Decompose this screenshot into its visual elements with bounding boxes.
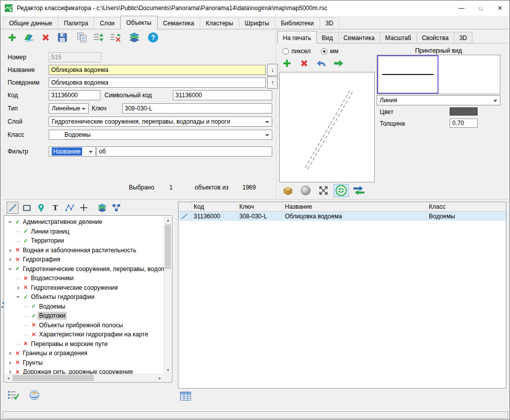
tree-item[interactable]: ✕Водоисточники <box>5 274 164 283</box>
tree-item[interactable]: ›✕Гидротехнические сооружения <box>5 283 164 293</box>
filter-input[interactable] <box>96 146 272 157</box>
tree-item[interactable]: ›✕Гидрография <box>5 255 164 264</box>
list-check-button[interactable] <box>7 389 20 402</box>
box-3d-button[interactable] <box>280 184 296 197</box>
unit-mm-radio[interactable]: мм <box>321 48 339 55</box>
tree-item[interactable]: ›✕Водная и заболоченная растительность <box>5 246 164 255</box>
view-tab-На печать[interactable]: На печать <box>277 31 317 44</box>
undo-button[interactable] <box>315 57 328 70</box>
tree-expander-closed-icon[interactable]: › <box>15 284 22 291</box>
fill-palette-button[interactable] <box>22 31 35 44</box>
tree-item[interactable]: ✓Водоемы <box>5 302 164 312</box>
help-button[interactable]: ? <box>147 31 160 44</box>
renumber-delete-button[interactable] <box>109 31 122 44</box>
key-field[interactable] <box>122 103 272 113</box>
main-tab-Палитра[interactable]: Палитра <box>58 17 94 29</box>
tree-item[interactable]: ✓Линии границ <box>5 227 164 237</box>
view-tab-Семантика[interactable]: Семантика <box>338 32 380 43</box>
tree-item[interactable]: ✓Территории <box>5 236 164 246</box>
visibility-cross-icon[interactable]: ✕ <box>14 247 21 253</box>
apply-button[interactable] <box>332 57 345 70</box>
maximize-button[interactable]: □ <box>471 1 490 16</box>
view-tab-Свойства[interactable]: Свойства <box>416 32 454 43</box>
sphere-view-button[interactable] <box>298 184 313 197</box>
visibility-cross-icon[interactable]: ✕ <box>30 322 38 328</box>
renumber-button[interactable] <box>92 31 105 44</box>
filter-field-combo[interactable]: Название <box>49 146 96 157</box>
tree-item[interactable]: ✕Характеристики гидрографии на карте <box>5 330 164 339</box>
splitter-handle[interactable]: ◄ ► <box>1 301 5 309</box>
thickness-field[interactable] <box>450 119 478 128</box>
main-tab-Кластеры[interactable]: Кластеры <box>200 17 239 29</box>
add-object-button[interactable] <box>6 31 19 44</box>
main-tab-Библиотеки[interactable]: Библиотеки <box>275 17 320 29</box>
visibility-cross-icon[interactable]: ✕ <box>14 359 21 366</box>
main-tab-Слои[interactable]: Слои <box>94 17 121 29</box>
scroll-left-arrow[interactable]: ◄ <box>5 374 12 382</box>
visibility-check-icon[interactable]: ✓ <box>22 294 29 300</box>
tree-expander-closed-icon[interactable]: › <box>7 350 14 357</box>
unit-pixel-radio[interactable]: пиксел <box>282 48 311 55</box>
point-objects-button[interactable] <box>35 202 47 214</box>
table-view-button[interactable] <box>179 390 192 403</box>
area-objects-button[interactable] <box>21 202 33 214</box>
close-button[interactable]: ✕ <box>490 1 509 16</box>
tree-layers-button[interactable] <box>96 202 108 214</box>
main-tab-Объекты[interactable]: Объекты <box>120 16 158 29</box>
visibility-cross-icon[interactable]: ✕ <box>22 275 29 282</box>
alias-field[interactable] <box>49 78 266 88</box>
visibility-check-icon[interactable]: ✓ <box>30 303 38 310</box>
main-tab-Общие данные[interactable]: Общие данные <box>3 17 58 29</box>
tree-item[interactable]: ✕Объекты прибрежной полосы <box>5 321 164 330</box>
visibility-cross-icon[interactable]: ✕ <box>14 350 21 357</box>
table-header-Ключ[interactable]: Ключ <box>237 202 283 211</box>
tree-item[interactable]: ›✓Гидротехнические сооружения, переправы… <box>5 264 164 274</box>
view-tab-Масштаб[interactable]: Масштаб <box>380 32 417 43</box>
horizontal-scroll-thumb[interactable] <box>13 375 94 381</box>
template-objects-button[interactable] <box>78 202 90 214</box>
visibility-cross-icon[interactable]: ✕ <box>14 256 21 263</box>
line-objects-button[interactable] <box>7 202 19 214</box>
printer-sample-selected[interactable] <box>377 55 439 94</box>
tree-item[interactable]: ›✓Объекты гидрографии <box>5 292 164 302</box>
swap-direction-button[interactable] <box>351 184 367 197</box>
type-combo[interactable]: Линейные <box>49 103 89 113</box>
expand-view-button[interactable] <box>316 184 331 197</box>
tree-horizontal-scrollbar[interactable]: ◄ ► <box>5 374 164 381</box>
symbol-code-field[interactable] <box>173 90 272 100</box>
view-tab-Вид[interactable]: Вид <box>316 32 339 43</box>
tree-item[interactable]: ✓Водотоки <box>5 311 164 321</box>
visibility-cross-icon[interactable]: ✕ <box>22 284 29 291</box>
delete-view-button[interactable] <box>298 57 311 70</box>
text-objects-button[interactable]: T <box>49 202 61 214</box>
vector-objects-button[interactable] <box>63 202 76 214</box>
visibility-check-icon[interactable]: ✓ <box>22 238 29 244</box>
tree-item[interactable]: ›✕Границы и ограждения <box>5 349 164 358</box>
layers-button[interactable] <box>128 31 141 44</box>
visibility-check-icon[interactable]: ✓ <box>30 313 38 319</box>
tree-expander-open-icon[interactable]: › <box>7 265 14 273</box>
tree-expander-open-icon[interactable]: › <box>7 218 14 225</box>
tree-expander-closed-icon[interactable]: › <box>7 359 14 366</box>
primitive-type-combo[interactable]: Линия <box>377 95 500 105</box>
tree-item[interactable]: ›✕Дорожная сеть, дорожные сооружения <box>5 367 164 374</box>
name-field[interactable] <box>49 65 266 75</box>
tree-vertical-scrollbar[interactable]: ▲ ▼ <box>164 216 171 374</box>
code-field[interactable] <box>49 90 100 100</box>
visibility-check-icon[interactable]: ✓ <box>14 265 21 272</box>
delete-object-button[interactable] <box>39 31 52 44</box>
table-header-Класс[interactable]: Класс <box>427 202 506 211</box>
save-button[interactable] <box>56 31 69 44</box>
tree-item[interactable]: ✕Переправы и морские пути <box>5 339 164 349</box>
table-row[interactable]: 31136000308-030-LОблицовка водоемаВодоем… <box>178 212 506 221</box>
vertical-scroll-thumb[interactable] <box>165 224 171 269</box>
add-view-button[interactable] <box>280 57 294 70</box>
scroll-down-arrow[interactable]: ▼ <box>164 366 172 374</box>
fit-center-button[interactable] <box>334 184 349 197</box>
minimize-button[interactable]: — <box>452 1 471 16</box>
table-header-Название[interactable]: Название <box>283 202 427 211</box>
tree-expander-closed-icon[interactable]: › <box>7 247 14 254</box>
tree-expander-closed-icon[interactable]: › <box>7 256 14 263</box>
tree-expander-closed-icon[interactable]: › <box>7 368 14 374</box>
view-tab-3D[interactable]: 3D <box>454 32 472 43</box>
